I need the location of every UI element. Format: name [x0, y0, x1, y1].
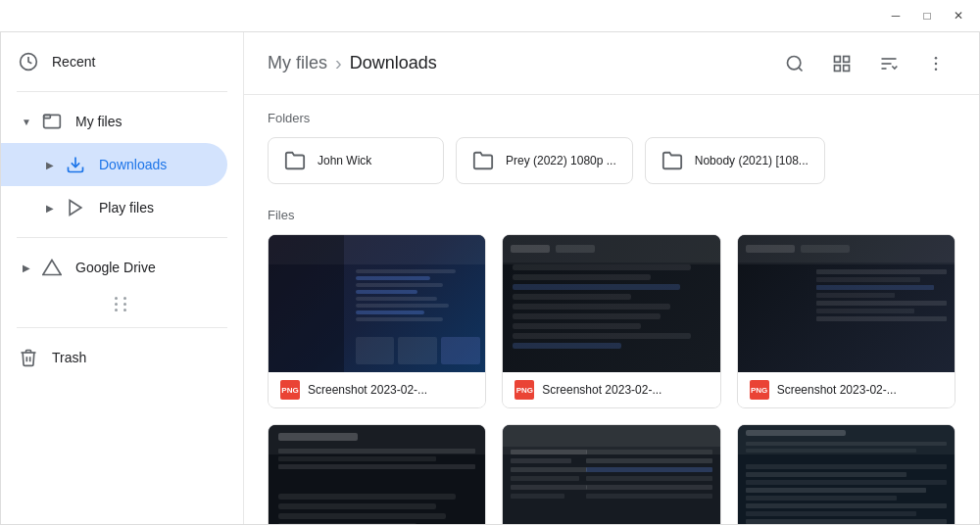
svg-rect-7	[835, 56, 841, 62]
sidebar-divider	[17, 91, 227, 92]
svg-rect-10	[844, 65, 850, 71]
sidebar-label-myfiles: My files	[75, 114, 122, 129]
view-toggle-button[interactable]	[822, 44, 861, 83]
sidebar: Recent ▼ My files ▶	[1, 32, 244, 524]
file-thumbnail	[503, 425, 719, 524]
search-icon	[785, 54, 805, 73]
file-name: Screenshot 2023-02-...	[777, 383, 943, 397]
titlebar: ─ □ ✕	[0, 0, 980, 31]
svg-point-5	[788, 56, 801, 69]
more-options-button[interactable]	[916, 44, 956, 83]
folder-card[interactable]: Prey (2022) 1080p ...	[456, 137, 633, 184]
svg-point-16	[935, 68, 938, 71]
file-card[interactable]: PNG Screenshot 2023-02-...	[502, 234, 720, 408]
breadcrumb: My files › Downloads	[268, 52, 437, 74]
file-card[interactable]: PNG Screenshot 2023-02-...	[502, 424, 720, 524]
sidebar-item-downloads[interactable]: ▶ Downloads	[1, 143, 227, 186]
sidebar-divider3	[17, 327, 227, 328]
close-button[interactable]: ✕	[945, 6, 972, 25]
sidebar-item-recent[interactable]: Recent	[1, 40, 227, 83]
folders-section-title: Folders	[268, 111, 956, 125]
sidebar-item-myfiles[interactable]: ▼ My files	[1, 100, 227, 143]
sidebar-item-trash[interactable]: Trash	[1, 336, 227, 379]
sort-icon	[879, 54, 899, 73]
file-card[interactable]: PNG Screenshot 2023-02-...	[737, 424, 956, 524]
file-thumbnail	[738, 235, 955, 372]
folders-grid: John Wick Prey (2022) 1080p ...	[268, 137, 956, 184]
file-card[interactable]: PNG Screenshot 2023-02-...	[268, 234, 486, 408]
downloads-icon	[64, 153, 87, 176]
svg-rect-8	[844, 56, 850, 62]
folder-name: Prey (2022) 1080p ...	[506, 154, 616, 167]
main-content: My files › Downloads	[244, 32, 979, 524]
svg-point-15	[935, 62, 938, 65]
breadcrumb-root[interactable]: My files	[268, 53, 327, 73]
breadcrumb-current: Downloads	[350, 53, 437, 73]
search-button[interactable]	[775, 44, 814, 83]
sidebar-label-googledrive: Google Drive	[75, 260, 156, 275]
file-thumbnail	[503, 235, 719, 372]
file-type-icon: PNG	[750, 380, 769, 400]
sidebar-divider2	[17, 237, 227, 238]
sort-button[interactable]	[869, 44, 908, 83]
file-card[interactable]: PNG Screenshot 2023-02-...	[268, 424, 486, 524]
files-section-title: Files	[268, 208, 956, 222]
svg-rect-9	[835, 65, 841, 71]
file-name: Screenshot 2023-02-...	[308, 383, 473, 397]
svg-line-6	[799, 67, 803, 71]
file-info: PNG Screenshot 2023-02-...	[503, 372, 719, 407]
file-type-icon: PNG	[514, 380, 534, 400]
folder-icon	[284, 150, 306, 171]
file-info: PNG Screenshot 2023-02-...	[738, 372, 955, 407]
folder-card[interactable]: John Wick	[268, 137, 444, 184]
app-window: Recent ▼ My files ▶	[0, 31, 980, 525]
file-thumbnail	[738, 425, 955, 524]
svg-marker-4	[70, 201, 81, 215]
folder-name: Nobody (2021) [108...	[695, 154, 808, 167]
recent-icon	[17, 50, 40, 73]
folder-card[interactable]: Nobody (2021) [108...	[645, 137, 825, 184]
trash-icon	[17, 346, 40, 369]
sidebar-label-playfiles: Play files	[99, 200, 154, 215]
folder-icon	[472, 150, 494, 171]
grid-view-icon	[832, 54, 852, 73]
file-info: PNG Screenshot 2023-02-...	[269, 372, 485, 407]
svg-rect-2	[44, 115, 51, 118]
sidebar-label-trash: Trash	[52, 350, 86, 365]
restore-button[interactable]: □	[913, 6, 941, 25]
more-vert-icon	[926, 54, 946, 73]
minimize-button[interactable]: ─	[882, 6, 909, 25]
sidebar-item-googledrive[interactable]: ▶ Google Drive	[1, 246, 227, 289]
file-thumbnail	[269, 235, 485, 372]
expand-myfiles-icon[interactable]: ▼	[17, 112, 36, 131]
header: My files › Downloads	[244, 32, 979, 95]
files-grid: PNG Screenshot 2023-02-...	[268, 234, 956, 524]
svg-point-14	[935, 56, 938, 59]
playfiles-icon	[64, 196, 87, 219]
sidebar-label-recent: Recent	[52, 54, 95, 70]
file-card[interactable]: PNG Screenshot 2023-02-...	[737, 234, 956, 408]
header-actions	[775, 44, 956, 83]
breadcrumb-separator: ›	[335, 52, 342, 74]
drag-handle[interactable]	[1, 289, 243, 319]
googledrive-icon	[40, 256, 64, 279]
file-name: Screenshot 2023-02-...	[542, 383, 708, 397]
content-area: Folders John Wick P	[244, 95, 979, 524]
expand-downloads-icon[interactable]: ▶	[40, 155, 60, 174]
folder-icon	[662, 150, 683, 171]
sidebar-item-playfiles[interactable]: ▶ Play files	[1, 186, 227, 229]
expand-gdrive-icon[interactable]: ▶	[17, 258, 36, 277]
expand-playfiles-icon[interactable]: ▶	[40, 198, 60, 217]
folder-name: John Wick	[318, 154, 427, 167]
file-thumbnail	[269, 425, 485, 524]
myfiles-icon	[40, 110, 64, 133]
svg-rect-1	[44, 115, 61, 127]
file-type-icon: PNG	[280, 380, 300, 400]
sidebar-label-downloads: Downloads	[99, 157, 167, 172]
